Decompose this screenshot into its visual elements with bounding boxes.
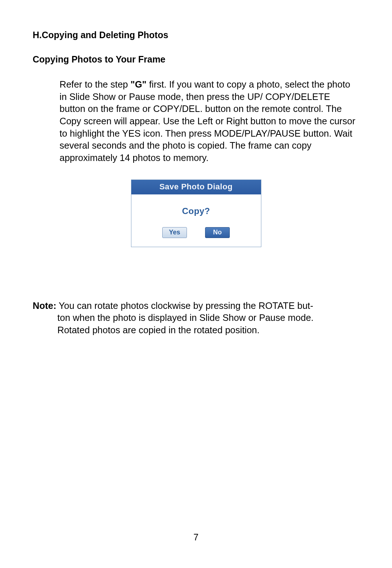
yes-button[interactable]: Yes xyxy=(162,227,187,238)
document-page: H.Copying and Deleting Photos Copying Ph… xyxy=(0,0,392,337)
no-button[interactable]: No xyxy=(205,227,230,238)
note-line-2: ton when the photo is displayed in Slide… xyxy=(57,312,356,324)
para-text-post: first. If you want to copy a photo, sele… xyxy=(60,79,355,163)
subsection-heading: Copying Photos to Your Frame xyxy=(33,54,359,65)
page-number: 7 xyxy=(0,532,392,543)
note-block: Note: You can rotate photos clockwise by… xyxy=(33,300,356,337)
para-text-pre: Refer to the step xyxy=(60,79,131,89)
instruction-paragraph: Refer to the step "G" first. If you want… xyxy=(60,78,356,164)
save-photo-dialog: Save Photo Dialog Copy? Yes No xyxy=(131,180,261,247)
dialog-title: Save Photo Dialog xyxy=(131,180,261,194)
note-line-1-rest: You can rotate photos clockwise by press… xyxy=(56,301,313,311)
note-line-3: Rotated photos are copied in the rotated… xyxy=(57,324,356,337)
dialog-buttons-row: Yes No xyxy=(131,227,261,247)
dialog-prompt: Copy? xyxy=(131,194,261,227)
note-label: Note: xyxy=(33,301,56,311)
note-line-1: Note: You can rotate photos clockwise by… xyxy=(33,300,356,312)
step-g-reference: "G" xyxy=(131,79,147,89)
section-heading: H.Copying and Deleting Photos xyxy=(33,30,359,40)
